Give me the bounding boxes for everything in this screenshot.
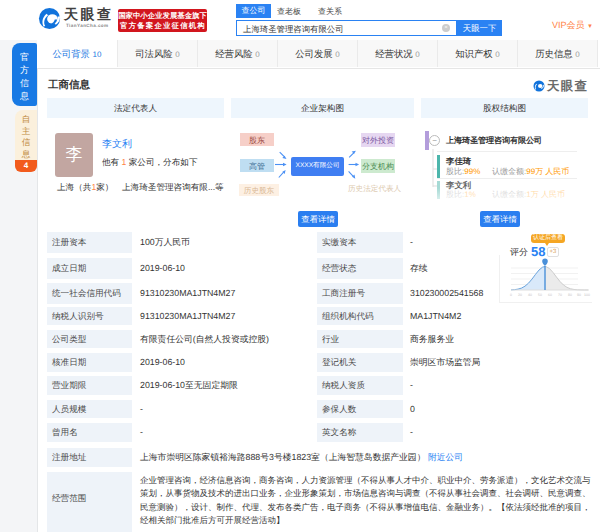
- svg-text:100: 100: [584, 293, 590, 297]
- svg-text:50: 50: [538, 293, 542, 297]
- svg-text:0: 0: [510, 293, 512, 297]
- svg-text:60: 60: [548, 293, 552, 297]
- svg-text:80: 80: [568, 293, 572, 297]
- svg-text:70: 70: [558, 293, 562, 297]
- svg-text:20: 20: [518, 293, 522, 297]
- svg-text:40: 40: [528, 293, 532, 297]
- svg-text:90: 90: [577, 293, 581, 297]
